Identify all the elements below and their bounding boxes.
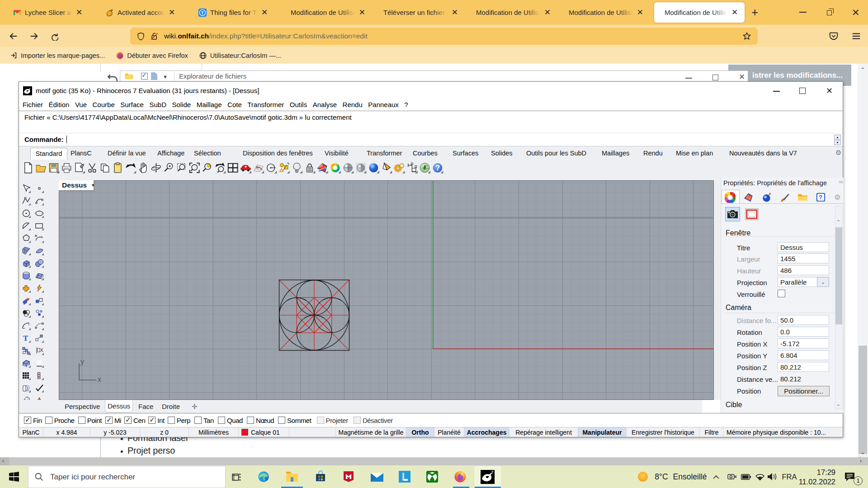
svg-text:?: ? xyxy=(819,194,822,201)
svg-text:y: y xyxy=(80,359,84,366)
svg-text:T: T xyxy=(23,334,28,343)
svg-text:?: ? xyxy=(435,164,440,172)
svg-text:7: 7 xyxy=(491,470,494,475)
svg-text:x: x xyxy=(98,375,101,383)
